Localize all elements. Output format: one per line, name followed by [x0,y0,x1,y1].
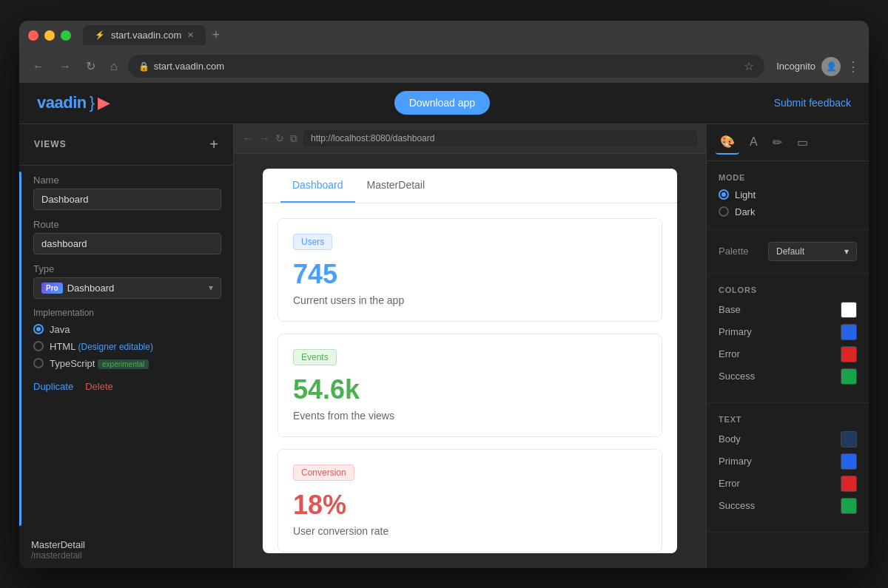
left-sidebar: VIEWS + Name Route [19,124,234,568]
views-section: Name Route Type Pro Dashboard [19,166,233,532]
dark-mode-option[interactable]: Dark [719,206,857,217]
palette-row: Palette Default ▾ [719,242,857,261]
route-input[interactable] [33,233,221,254]
preview-back-button[interactable]: ← [243,132,253,144]
header-right: Submit feedback [774,97,851,109]
lock-icon: 🔒 [138,61,149,72]
add-view-button[interactable]: + [209,136,218,153]
base-color-swatch[interactable] [841,302,857,318]
type-dropdown-icon: ▾ [209,283,213,293]
name-field-group: Name [33,175,221,210]
tab-title: start.vaadin.com [111,30,181,41]
java-radio-dot [33,324,44,334]
bookmark-icon[interactable]: ☆ [744,59,754,73]
profile-label: Incognito [776,61,815,72]
primary-text-label: Primary [719,456,752,467]
masterdetail-name: MasterDetail [31,539,221,550]
palette-tool-button[interactable]: 🎨 [716,130,739,155]
profile-area: Incognito 👤 ⋮ [776,57,860,76]
tab-close-icon[interactable]: ✕ [187,30,194,40]
masterdetail-nav-item[interactable]: MasterDetail /masterdetail [19,532,233,568]
refresh-button[interactable]: ↻ [81,56,100,76]
name-label: Name [33,175,221,186]
delete-button[interactable]: Delete [85,381,113,392]
users-card: Users 745 Current users in the app [278,218,662,322]
preview-content: Dashboard MasterDetail Users 745 Cu [234,154,706,568]
text-tool-button[interactable]: A [745,130,762,155]
submit-feedback-link[interactable]: Submit feedback [774,97,851,109]
error-text-swatch[interactable] [841,476,857,492]
users-value: 745 [293,259,647,290]
ts-radio-dot [33,358,44,368]
views-title: VIEWS [34,139,67,149]
logo-text: vaadin [37,93,87,112]
duplicate-button[interactable]: Duplicate [33,381,73,392]
primary-text-row: Primary [719,453,857,470]
base-color-row: Base [719,302,857,318]
home-button[interactable]: ⌂ [106,57,122,76]
preview-address-bar: http://localhost:8080/dashboard [303,130,697,146]
light-mode-label: Light [735,189,756,200]
body-text-swatch[interactable] [841,431,857,447]
traffic-lights [28,30,71,41]
type-value: Dashboard [67,283,204,294]
preview-refresh-button[interactable]: ↻ [275,132,284,144]
type-label: Type [33,263,221,274]
experimental-badge: experimental [98,359,149,369]
app-header: vaadin}▶ Download app Submit feedback [19,83,869,124]
events-badge: Events [293,349,337,365]
download-app-button[interactable]: Download app [394,91,491,115]
address-bar[interactable]: 🔒 start.vaadin.com ☆ [128,55,765,78]
palette-value: Default [776,246,804,257]
maximize-button[interactable] [61,30,71,41]
layout-tool-button[interactable]: ▭ [793,130,813,155]
users-desc: Current users in the app [293,294,647,306]
more-menu-button[interactable]: ⋮ [847,58,860,75]
close-button[interactable] [28,30,38,41]
tab-area: ⚡ start.vaadin.com ✕ + [83,25,860,45]
implementation-section: Implementation Java HTML (Designer edita… [33,308,221,369]
name-input[interactable] [33,189,221,210]
error-text-label: Error [719,478,740,489]
mode-options: Light Dark [719,189,857,217]
browser-window: ⚡ start.vaadin.com ✕ + ← → ↻ ⌂ 🔒 start.v… [19,21,869,568]
palette-select[interactable]: Default ▾ [768,242,857,261]
preview-copy-button[interactable]: ⧉ [290,132,297,145]
error-color-swatch[interactable] [841,346,857,362]
html-label: HTML (Designer editable) [50,341,153,352]
mode-label: Mode [719,173,857,182]
edit-tool-button[interactable]: ✏ [768,130,787,155]
events-card: Events 54.6k Events from the views [278,334,662,437]
browser-tab[interactable]: ⚡ start.vaadin.com ✕ [83,25,206,45]
header-center: Download app [110,91,774,115]
tab-masterdetail[interactable]: MasterDetail [355,169,437,203]
designer-badge: (Designer editable) [78,342,153,352]
type-selector[interactable]: Pro Dashboard ▾ [33,277,221,299]
logo-bracket-icon: } [90,93,95,112]
right-toolbar: 🎨 A ✏ ▭ [707,124,869,161]
preview-forward-button[interactable]: → [259,132,269,144]
tab-dashboard[interactable]: Dashboard [280,169,355,203]
light-mode-option[interactable]: Light [719,189,857,200]
success-color-swatch[interactable] [841,368,857,385]
impl-typescript-option[interactable]: TypeScript experimental [33,358,221,369]
primary-text-swatch[interactable] [841,453,857,470]
new-tab-button[interactable]: + [212,27,220,43]
impl-html-option[interactable]: HTML (Designer editable) [33,341,221,352]
success-color-label: Success [719,371,755,382]
events-value: 54.6k [293,374,647,405]
palette-section: Palette Default ▾ [707,230,869,274]
success-text-swatch[interactable] [841,498,857,514]
dashboard-cards: Users 745 Current users in the app Event… [263,203,677,553]
impl-java-option[interactable]: Java [33,324,221,335]
preview-area: ← → ↻ ⧉ http://localhost:8080/dashboard … [234,124,706,568]
back-button[interactable]: ← [28,57,49,76]
success-text-row: Success [719,498,857,514]
forward-button[interactable]: → [55,57,75,76]
right-panel: 🎨 A ✏ ▭ Mode Light Dark [706,124,869,568]
minimize-button[interactable] [44,30,55,41]
masterdetail-route: /masterdetail [31,550,221,561]
logo-arrow-icon: ▶ [98,93,110,112]
primary-color-swatch[interactable] [841,324,857,340]
app-preview-container: Dashboard MasterDetail Users 745 Cu [263,169,677,553]
